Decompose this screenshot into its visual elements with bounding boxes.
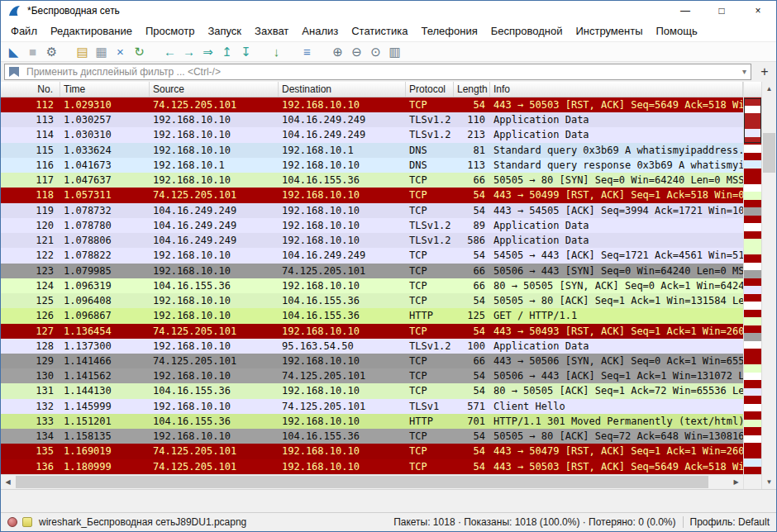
cell-info: 443 → 54505 [ACK] Seq=3994 Ack=1721 Win=… — [490, 203, 743, 218]
scroll-up-icon[interactable]: ▲ — [762, 82, 776, 96]
open-file-icon[interactable]: ▤ — [73, 42, 92, 61]
packet-row-121[interactable]: 1211.078806104.16.249.249192.168.10.10TL… — [1, 233, 743, 248]
menu-item-9[interactable]: Инструменты — [569, 21, 649, 41]
packet-row-125[interactable]: 1251.096408192.168.10.10104.16.155.36TCP… — [1, 293, 743, 308]
go-first-packet-icon[interactable]: ↥ — [217, 42, 236, 61]
start-capture-icon[interactable]: ◣ — [4, 42, 23, 61]
packet-row-117[interactable]: 1171.047637192.168.10.10104.16.155.36TCP… — [1, 173, 743, 188]
horizontal-scrollbar[interactable]: ◀ ▶ — [1, 474, 743, 489]
packet-row-114[interactable]: 1141.030310192.168.10.10104.16.249.249TL… — [1, 127, 743, 142]
cell-no: 127 — [1, 324, 60, 339]
go-last-packet-icon[interactable]: ↧ — [236, 42, 255, 61]
zoom-in-icon[interactable]: ⊕ — [328, 42, 347, 61]
packet-counts: Пакеты: 1018 · Показаны: 1018 (100.0%) ·… — [393, 516, 675, 528]
cell-info: Standard query 0x3b69 A whatismyipaddres… — [490, 143, 743, 158]
packet-row-113[interactable]: 1131.030257192.168.10.10104.16.249.249TL… — [1, 112, 743, 127]
vertical-scrollbar[interactable]: ▲ ▼ — [761, 82, 776, 489]
colorize-icon[interactable]: ≡ — [298, 42, 317, 61]
close-file-icon[interactable]: × — [111, 42, 130, 61]
minimap-band — [744, 239, 761, 247]
cell-destination: 95.163.54.50 — [279, 339, 406, 354]
packet-row-115[interactable]: 1151.033624192.168.10.10192.168.10.1DNS8… — [1, 143, 743, 158]
minimize-button[interactable]: — — [667, 1, 703, 21]
minimap-view-window[interactable] — [744, 98, 761, 143]
scroll-right-icon[interactable]: ▶ — [729, 475, 743, 489]
menu-item-1[interactable]: Редактирование — [44, 21, 139, 41]
go-back-icon[interactable]: ← — [160, 42, 179, 61]
packet-row-132[interactable]: 1321.145999192.168.10.1074.125.205.101TL… — [1, 399, 743, 414]
menu-item-7[interactable]: Телефония — [414, 21, 484, 41]
auto-scroll-icon[interactable]: ↓ — [267, 42, 286, 61]
capture-file-properties-icon[interactable] — [22, 517, 32, 527]
minimap-band — [744, 380, 761, 388]
column-header-protocol[interactable]: Protocol — [406, 82, 454, 97]
packet-row-112[interactable]: 1121.02931074.125.205.101192.168.10.10TC… — [1, 97, 743, 112]
menu-item-5[interactable]: Анализ — [295, 21, 345, 41]
scroll-left-icon[interactable]: ◀ — [1, 475, 15, 489]
column-header-source[interactable]: Source — [150, 82, 279, 97]
save-file-icon[interactable]: ▦ — [92, 42, 111, 61]
packet-row-128[interactable]: 1281.137300192.168.10.1095.163.54.50TLSv… — [1, 339, 743, 354]
column-header-no[interactable]: No. — [1, 82, 60, 97]
packet-row-116[interactable]: 1161.041673192.168.10.1192.168.10.10DNS1… — [1, 158, 743, 173]
capture-options-icon[interactable]: ⚙ — [42, 42, 61, 61]
menu-item-2[interactable]: Просмотр — [139, 21, 201, 41]
packet-row-131[interactable]: 1311.144130104.16.155.36192.168.10.10TCP… — [1, 383, 743, 398]
packet-row-135[interactable]: 1351.16901974.125.205.101192.168.10.10TC… — [1, 444, 743, 458]
go-forward-icon[interactable]: → — [179, 42, 198, 61]
packet-row-133[interactable]: 1331.151201104.16.155.36192.168.10.10HTT… — [1, 414, 743, 429]
cell-protocol: TCP — [406, 324, 454, 339]
cell-destination: 192.168.10.10 — [279, 324, 406, 339]
display-filter-input[interactable] — [4, 64, 751, 80]
packet-row-136[interactable]: 1361.18099974.125.205.101192.168.10.10TC… — [1, 459, 743, 474]
expert-info-icon[interactable] — [7, 517, 17, 527]
stop-capture-icon[interactable]: ■ — [23, 42, 42, 61]
reload-file-icon[interactable]: ↻ — [130, 42, 149, 61]
packet-row-122[interactable]: 1221.078822192.168.10.10104.16.249.249TC… — [1, 248, 743, 263]
packet-row-124[interactable]: 1241.096319104.16.155.36192.168.10.10TCP… — [1, 278, 743, 293]
packet-row-123[interactable]: 1231.079985192.168.10.1074.125.205.101TC… — [1, 264, 743, 278]
column-header-destination[interactable]: Destination — [279, 82, 406, 97]
cell-destination: 192.168.10.10 — [279, 444, 406, 458]
packet-row-120[interactable]: 1201.078780104.16.249.249192.168.10.10TL… — [1, 218, 743, 233]
scroll-down-icon[interactable]: ▼ — [762, 475, 776, 489]
column-header-length[interactable]: Length — [454, 82, 490, 97]
packet-row-119[interactable]: 1191.078732104.16.249.249192.168.10.10TC… — [1, 203, 743, 218]
close-button[interactable]: × — [740, 1, 776, 21]
menu-item-8[interactable]: Беспроводной — [484, 21, 570, 41]
filter-chevron-icon[interactable]: ▾ — [742, 64, 746, 80]
add-filter-button[interactable]: + — [756, 64, 773, 80]
minimap-band — [744, 451, 761, 459]
menu-item-10[interactable]: Помощь — [650, 21, 704, 41]
cell-no: 124 — [1, 278, 60, 293]
cell-time: 1.057311 — [60, 188, 150, 202]
maximize-button[interactable]: □ — [703, 1, 740, 21]
menu-item-3[interactable]: Запуск — [201, 21, 248, 41]
cell-no: 122 — [1, 248, 60, 263]
column-header-time[interactable]: Time — [60, 82, 150, 97]
packet-row-130[interactable]: 1301.141562192.168.10.1074.125.205.101TC… — [1, 368, 743, 383]
cell-info: Application Data — [490, 233, 743, 248]
go-to-packet-icon[interactable]: ⇒ — [198, 42, 217, 61]
resize-columns-icon[interactable]: ▥ — [385, 42, 404, 61]
profile-label[interactable]: Профиль: Default — [690, 516, 770, 528]
column-header-info[interactable]: Info — [490, 82, 743, 97]
menu-item-0[interactable]: Файл — [4, 21, 44, 41]
cell-info: Application Data — [490, 112, 743, 127]
zoom-original-icon[interactable]: ⊙ — [366, 42, 385, 61]
cell-no: 114 — [1, 127, 60, 142]
cell-protocol: TCP — [406, 278, 454, 293]
cell-protocol: TCP — [406, 293, 454, 308]
packet-row-134[interactable]: 1341.158135192.168.10.10104.16.155.36TCP… — [1, 429, 743, 444]
zoom-out-icon[interactable]: ⊖ — [347, 42, 366, 61]
packet-minimap[interactable] — [744, 97, 761, 474]
packet-row-127[interactable]: 1271.13645474.125.205.101192.168.10.10TC… — [1, 324, 743, 339]
packet-row-118[interactable]: 1181.05731174.125.205.101192.168.10.10TC… — [1, 188, 743, 202]
menu-item-4[interactable]: Захват — [248, 21, 295, 41]
packet-row-129[interactable]: 1291.14146674.125.205.101192.168.10.10TC… — [1, 354, 743, 368]
cell-protocol: TLSv1 — [406, 399, 454, 414]
packet-row-126[interactable]: 1261.096867192.168.10.10104.16.155.36HTT… — [1, 308, 743, 323]
vertical-scroll-thumb[interactable] — [763, 133, 775, 173]
menu-item-6[interactable]: Статистика — [345, 21, 414, 41]
horizontal-scroll-thumb[interactable] — [16, 476, 708, 488]
